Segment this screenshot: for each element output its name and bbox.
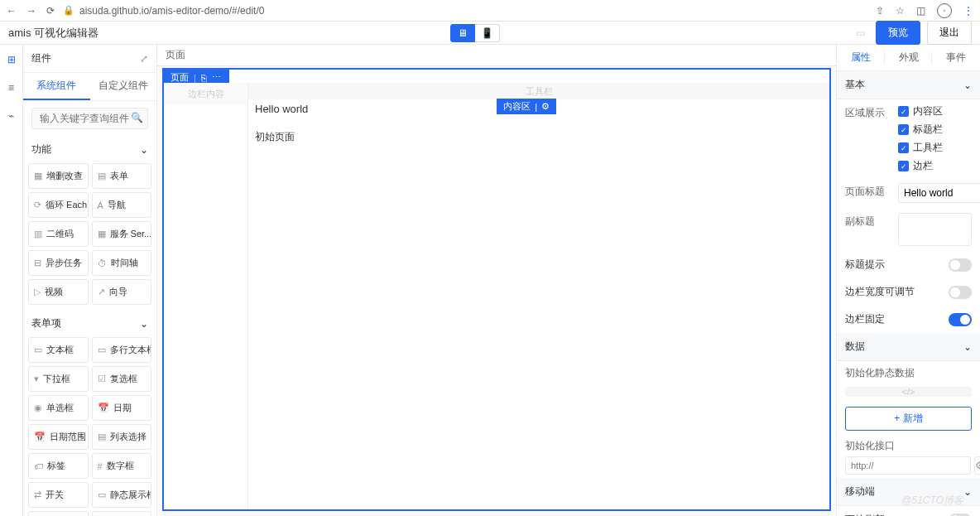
aside-fixed-label: 边栏固定 xyxy=(845,312,885,326)
tab-events[interactable]: 事件 xyxy=(932,45,980,70)
subtitle-label: 副标题 xyxy=(845,213,891,229)
group-form-items[interactable]: 表单项⌄ xyxy=(23,310,156,337)
component-item[interactable]: ▾链式下拉框 xyxy=(92,511,152,516)
aside-resize-toggle[interactable] xyxy=(949,286,972,299)
component-item[interactable]: ▾下拉框 xyxy=(28,366,89,392)
back-icon[interactable]: ← xyxy=(7,5,17,17)
device-mobile-button[interactable]: 📱 xyxy=(475,24,500,42)
component-icon: ▤ xyxy=(98,432,106,442)
add-button[interactable]: + 新增 xyxy=(845,407,972,431)
canvas-body[interactable]: Hello world 内容区|⚙ 初始页面 xyxy=(248,99,829,509)
url-bar[interactable]: 🔒 aisuda.github.io/amis-editor-demo/#/ed… xyxy=(63,5,867,17)
component-icon: ▷ xyxy=(34,287,41,297)
component-item[interactable]: ⊟异步任务 xyxy=(28,250,89,276)
component-item[interactable]: A导航 xyxy=(92,192,152,218)
region-checkbox[interactable]: ✓工具栏 xyxy=(898,141,943,155)
body-text: 初始页面 xyxy=(248,118,829,156)
init-api-label: 初始化接口 xyxy=(837,434,980,453)
component-icon: ⟳ xyxy=(34,200,41,210)
tab-properties[interactable]: 属性 xyxy=(837,45,885,70)
component-item[interactable]: ▭多行文本框 xyxy=(92,337,152,363)
component-item[interactable]: ▭文本框 xyxy=(28,337,89,363)
component-icon: ▥ xyxy=(34,229,42,239)
component-item[interactable]: ▦按钮工具栏 xyxy=(28,511,89,516)
browser-bar: ← → ⟳ 🔒 aisuda.github.io/amis-editor-dem… xyxy=(0,0,980,22)
component-item[interactable]: ▭静态展示框 xyxy=(92,482,152,508)
title-hint-toggle[interactable] xyxy=(949,258,972,272)
share-icon[interactable]: ⇪ xyxy=(876,5,884,17)
api-settings-button[interactable]: ⚙ xyxy=(974,456,980,475)
component-item[interactable]: ▦增删改查 xyxy=(28,163,89,189)
component-item[interactable]: ↗向导 xyxy=(92,279,152,305)
app-title: amis 可视化编辑器 xyxy=(8,26,98,41)
component-sidebar: 组件 ⤢ 系统组件 自定义组件 🔍 功能⌄ ▦增删改查▤表单⟳循环 EachA导… xyxy=(23,45,157,516)
component-item[interactable]: ▤表单 xyxy=(92,163,152,189)
tab-system-components[interactable]: 系统组件 xyxy=(23,73,90,100)
settings-icon[interactable]: ⚙ xyxy=(541,101,550,112)
component-icon: 📅 xyxy=(34,432,46,442)
panel-icon[interactable]: ◫ xyxy=(916,5,925,17)
region-checkbox[interactable]: ✓内容区 xyxy=(898,104,943,118)
region-label: 区域展示 xyxy=(845,104,891,120)
canvas[interactable]: 页面|⎘⋯ 边栏内容 工具栏 Hello world 内容区|⚙ 初始页面 xyxy=(162,68,831,511)
rail-components-icon[interactable]: ⊞ xyxy=(5,53,18,66)
api-input[interactable] xyxy=(845,456,971,475)
chevron-down-icon: ⌄ xyxy=(963,486,972,498)
collapse-icon[interactable]: ⤢ xyxy=(140,53,148,65)
region-checkbox[interactable]: ✓边栏 xyxy=(898,159,943,173)
subtitle-input[interactable] xyxy=(898,213,972,246)
canvas-aside[interactable]: 边栏内容 xyxy=(164,83,248,509)
canvas-toolbar[interactable]: 工具栏 xyxy=(248,83,829,99)
preview-button[interactable]: 预览 xyxy=(876,21,920,45)
reload-icon[interactable]: ⟳ xyxy=(46,5,55,17)
pull-refresh-toggle[interactable] xyxy=(949,514,972,517)
component-item[interactable]: ⟳循环 Each xyxy=(28,192,89,218)
tab-custom-components[interactable]: 自定义组件 xyxy=(90,73,157,100)
more-icon[interactable]: ⋯ xyxy=(212,72,221,83)
section-data[interactable]: 数据⌄ xyxy=(837,333,980,361)
canvas-area: 页面 页面|⎘⋯ 边栏内容 工具栏 Hello world 内容区|⚙ 初始页面 xyxy=(157,45,836,516)
component-item[interactable]: ▷视频 xyxy=(28,279,89,305)
properties-panel: 属性 外观 事件 基本⌄ 区域展示 ✓内容区✓标题栏✓工具栏✓边栏 页面标题 副… xyxy=(836,45,980,516)
chevron-down-icon: ⌄ xyxy=(963,80,972,91)
region-checkbox[interactable]: ✓标题栏 xyxy=(898,123,943,137)
component-item[interactable]: 🏷标签 xyxy=(28,453,89,479)
component-item[interactable]: ▤列表选择 xyxy=(92,424,152,450)
aside-fixed-toggle[interactable] xyxy=(949,313,972,326)
group-functional[interactable]: 功能⌄ xyxy=(23,136,156,163)
component-icon: ☑ xyxy=(98,374,106,384)
section-basic[interactable]: 基本⌄ xyxy=(837,71,980,99)
exit-button[interactable]: 退出 xyxy=(927,21,972,45)
component-item[interactable]: 📅日期范围 xyxy=(28,424,89,450)
component-icon: A xyxy=(98,200,103,210)
lock-icon: 🔒 xyxy=(63,5,74,16)
profile-icon[interactable]: ◦ xyxy=(937,3,952,18)
component-icon: ⊟ xyxy=(34,258,41,268)
tab-appearance[interactable]: 外观 xyxy=(885,45,933,70)
page-title-input[interactable] xyxy=(898,183,980,203)
sidebar-title: 组件 xyxy=(31,51,51,65)
component-item[interactable]: ⏱时间轴 xyxy=(92,250,152,276)
undo-icon[interactable]: ▭ xyxy=(851,24,869,42)
component-item[interactable]: ◉单选框 xyxy=(28,395,89,421)
component-icon: ▾ xyxy=(34,374,39,384)
title-hint-label: 标题提示 xyxy=(845,258,885,272)
component-item[interactable]: ⇄开关 xyxy=(28,482,89,508)
component-item[interactable]: ▥二维码 xyxy=(28,221,89,247)
forward-icon[interactable]: → xyxy=(26,5,36,17)
search-icon: 🔍 xyxy=(131,112,143,123)
component-item[interactable]: ☑复选框 xyxy=(92,366,152,392)
star-icon[interactable]: ☆ xyxy=(896,5,905,17)
component-icon: ▭ xyxy=(98,489,106,500)
copy-icon[interactable]: ⎘ xyxy=(201,73,207,83)
rail-outline-icon[interactable]: ≡ xyxy=(5,81,18,94)
left-rail: ⊞ ≡ ⌁ xyxy=(0,45,23,516)
device-desktop-button[interactable]: 🖥 xyxy=(450,24,475,42)
component-item[interactable]: 📅日期 xyxy=(92,395,152,421)
rail-code-icon[interactable]: ⌁ xyxy=(5,109,18,123)
menu-icon[interactable]: ⋮ xyxy=(963,5,973,17)
component-item[interactable]: ▦服务 Ser... xyxy=(92,221,152,247)
component-item[interactable]: #数字框 xyxy=(92,453,152,479)
content-region-badge[interactable]: 内容区|⚙ xyxy=(497,99,556,114)
breadcrumb: 页面 xyxy=(157,45,836,66)
